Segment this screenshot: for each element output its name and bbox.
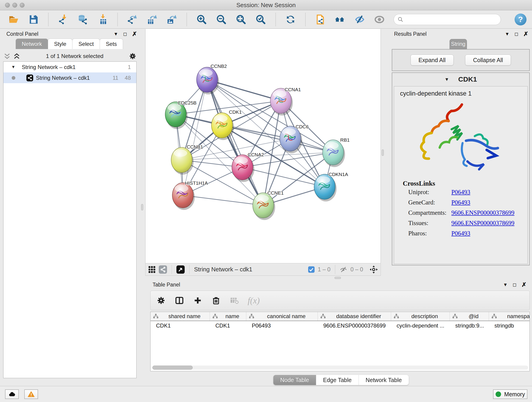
- network-node-cdkn1a[interactable]: [314, 174, 336, 201]
- crosslink-link[interactable]: P06493: [451, 230, 470, 237]
- expand-all-icon[interactable]: [13, 52, 21, 60]
- results-panel-maximize-icon[interactable]: ◻: [515, 32, 519, 36]
- network-node-cdk1[interactable]: [211, 113, 234, 140]
- memory-button[interactable]: Memory: [493, 389, 527, 399]
- network-node-ccnb1[interactable]: [171, 147, 194, 175]
- results-panel-float-icon[interactable]: ▼: [505, 32, 510, 36]
- network-node-hist1h1a[interactable]: [172, 183, 195, 210]
- hidden-eye-icon[interactable]: [340, 266, 347, 273]
- tab-network[interactable]: Network: [16, 38, 48, 49]
- grid-view-icon[interactable]: [148, 266, 156, 273]
- network-node-ccna2[interactable]: [232, 155, 254, 182]
- table-panel-maximize-icon[interactable]: ◻: [513, 282, 517, 287]
- zoom-selected-region-button[interactable]: [255, 14, 266, 25]
- table-cell[interactable]: cyclin-dependent ...: [391, 321, 450, 330]
- table-horizontal-scrollbar[interactable]: [152, 366, 528, 370]
- table-settings-gear-icon[interactable]: [156, 295, 166, 306]
- tab-node-table[interactable]: Node Table: [273, 375, 316, 385]
- save-session-button[interactable]: [28, 14, 39, 25]
- network-view-canvas[interactable]: CCNB2CCNA1CDC25BCDK1CDC6RB1CCNB1CCNA2CDK…: [145, 29, 381, 263]
- search-box[interactable]: [394, 14, 501, 25]
- zoom-out-button[interactable]: [216, 14, 227, 25]
- expand-all-button[interactable]: Expand All: [411, 55, 454, 65]
- show-columns-icon[interactable]: [174, 295, 184, 306]
- table-panel-title: Table Panel: [152, 282, 180, 288]
- new-network-from-selection-button[interactable]: [315, 14, 326, 25]
- first-neighbors-button[interactable]: [335, 14, 346, 25]
- tree-expand-icon[interactable]: ▼: [3, 65, 15, 70]
- delete-column-trash-icon[interactable]: [211, 295, 221, 306]
- control-panel-close-icon[interactable]: ✗: [132, 31, 137, 37]
- show-all-button[interactable]: [374, 14, 385, 25]
- share-view-icon[interactable]: [159, 265, 167, 274]
- hide-selected-button[interactable]: [354, 14, 365, 25]
- tab-sets[interactable]: Sets: [100, 38, 123, 49]
- import-network-file-button[interactable]: [58, 14, 69, 25]
- table-cell[interactable]: CDK1: [210, 321, 246, 330]
- search-input[interactable]: [406, 16, 497, 23]
- column-header-database-identifier[interactable]: database identifier: [318, 312, 391, 321]
- export-image-button[interactable]: [166, 14, 177, 25]
- add-column-icon[interactable]: [193, 295, 203, 306]
- control-panel-maximize-icon[interactable]: ◻: [123, 32, 127, 36]
- crosslink-link[interactable]: 9606.ENSP00000378699: [451, 209, 514, 216]
- column-header-namespace[interactable]: namespace: [489, 312, 530, 321]
- cloud-button[interactable]: [5, 389, 19, 399]
- scrollbar-thumb[interactable]: [152, 366, 193, 370]
- table-cell[interactable]: CDK1: [151, 321, 210, 330]
- column-header-shared-name[interactable]: shared name: [151, 312, 210, 321]
- table-row[interactable]: CDK1CDK1P064939606.ENSP00000378699cyclin…: [151, 321, 530, 330]
- gene-section-header[interactable]: ▼ CDK1: [392, 73, 529, 86]
- export-table-button[interactable]: [147, 14, 158, 25]
- selected-checkbox-icon[interactable]: [308, 266, 315, 273]
- results-panel-close-icon[interactable]: ✗: [523, 31, 528, 37]
- network-node-ccnb2[interactable]: [196, 67, 219, 95]
- tab-network-table[interactable]: Network Table: [359, 375, 409, 385]
- left-splitter-handle[interactable]: [141, 204, 143, 211]
- birds-eye-view-icon[interactable]: [177, 265, 185, 274]
- node-label: CCNA2: [248, 152, 264, 157]
- table-cell[interactable]: P06493: [246, 321, 318, 330]
- collapse-all-icon[interactable]: [3, 52, 11, 60]
- zoom-in-button[interactable]: [196, 14, 207, 25]
- import-table-button[interactable]: [97, 14, 108, 25]
- table-panel-close-icon[interactable]: ✗: [521, 282, 526, 288]
- table-cell[interactable]: 9606.ENSP00000378699: [318, 321, 391, 330]
- tab-style[interactable]: Style: [48, 38, 72, 49]
- crosslink-link[interactable]: 9606.ENSP00000378699: [451, 220, 514, 227]
- network-collection-row[interactable]: ▼ String Network – cdk1 1: [3, 62, 136, 72]
- export-network-button[interactable]: [127, 14, 138, 25]
- tab-edge-table[interactable]: Edge Table: [316, 375, 359, 385]
- table-cell[interactable]: stringdb: [489, 321, 530, 330]
- crosslink-link[interactable]: P06493: [451, 189, 470, 196]
- zoom-fit-content-button[interactable]: [235, 14, 247, 25]
- control-panel-float-icon[interactable]: ▼: [114, 32, 118, 36]
- pan-crosshair-icon[interactable]: [370, 265, 378, 274]
- help-button[interactable]: ?: [515, 13, 526, 26]
- network-node-cdc25b[interactable]: [165, 102, 188, 129]
- tab-string[interactable]: String: [450, 39, 467, 49]
- column-header--id[interactable]: @id: [450, 312, 489, 321]
- network-options-gear-icon[interactable]: [129, 52, 137, 60]
- tab-select[interactable]: Select: [72, 38, 100, 49]
- table-cell[interactable]: stringdb:9...: [450, 321, 489, 330]
- network-node-rb1[interactable]: [323, 140, 345, 167]
- network-node-ccna1[interactable]: [270, 88, 293, 115]
- column-header-name[interactable]: name: [210, 312, 246, 321]
- warnings-button[interactable]: [24, 389, 38, 399]
- network-node-ccne1[interactable]: [253, 193, 275, 220]
- network-row-selected[interactable]: String Network – cdk1 11 48: [3, 72, 136, 83]
- apply-preferred-layout-button[interactable]: [285, 14, 296, 25]
- column-header-description[interactable]: description: [391, 312, 450, 321]
- column-header-canonical-name[interactable]: canonical name: [246, 312, 318, 321]
- horizontal-splitter-handle[interactable]: [335, 277, 341, 279]
- right-splitter-handle[interactable]: [382, 149, 384, 156]
- open-session-button[interactable]: [8, 14, 19, 25]
- crosslink-link[interactable]: P06493: [451, 199, 470, 206]
- collapse-section-icon[interactable]: ▼: [444, 77, 449, 82]
- import-network-database-button[interactable]: [77, 14, 89, 25]
- collapse-all-button[interactable]: Collapse All: [465, 55, 511, 65]
- table-panel-float-icon[interactable]: ▼: [503, 282, 508, 287]
- node-label: CCNE1: [267, 190, 284, 196]
- zoom-out-icon: [216, 14, 227, 25]
